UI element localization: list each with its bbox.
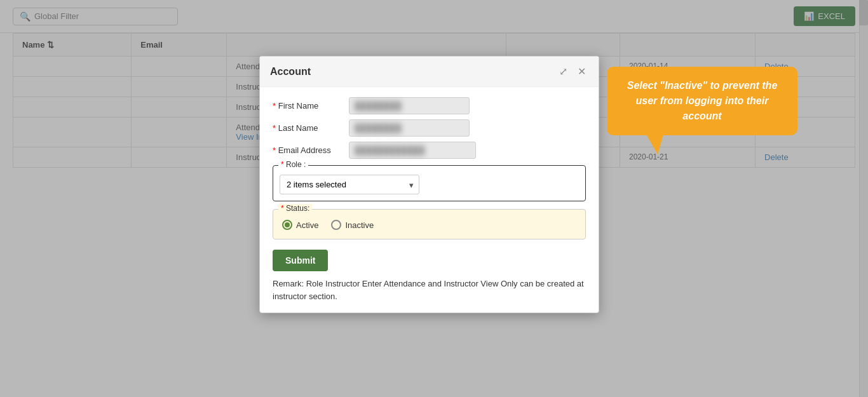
email-input[interactable]: ████████████ (349, 142, 476, 159)
inactive-radio[interactable] (331, 220, 341, 230)
required-star: * (273, 101, 276, 111)
chevron-down-icon: ▾ (409, 180, 414, 189)
remark-text: Remark: Role Instructor Enter Attendance… (273, 278, 586, 302)
required-star: * (273, 123, 276, 133)
page-background: 🔍 📊 EXCEL Name ⇅ Email (0, 0, 868, 397)
role-selected-value: 2 items selected (287, 180, 346, 189)
last-name-row: * Last Name ████████ (273, 119, 586, 137)
modal-header: Account ⤢ ✕ (260, 57, 599, 87)
first-name-input[interactable]: ████████ (349, 97, 470, 114)
modal-body: * First Name ████████ * Last Name ██████… (260, 87, 599, 313)
modal-header-actions: ⤢ ✕ (557, 64, 588, 79)
status-radio-group: Active Inactive (282, 220, 576, 230)
modal-title: Account (270, 66, 311, 77)
first-name-label: * First Name (273, 101, 349, 111)
email-row: * Email Address ████████████ (273, 142, 586, 159)
account-modal: Account ⤢ ✕ * First Name ████████ (259, 56, 599, 313)
callout-tooltip: Select "Inactive" to prevent the user fr… (607, 67, 797, 135)
role-fieldset: * Role : 2 items selected ▾ (273, 165, 586, 201)
expand-icon: ⤢ (559, 66, 567, 77)
active-radio[interactable] (282, 220, 292, 230)
last-name-label: * Last Name (273, 123, 349, 133)
status-legend: * Status: (278, 204, 312, 213)
inactive-radio-label[interactable]: Inactive (331, 220, 374, 230)
required-star: * (281, 204, 284, 213)
role-select-wrapper: 2 items selected ▾ (280, 175, 579, 194)
required-star: * (281, 160, 284, 169)
expand-button[interactable]: ⤢ (557, 64, 570, 79)
submit-button[interactable]: Submit (273, 250, 328, 271)
inactive-label: Inactive (345, 220, 374, 230)
active-radio-label[interactable]: Active (282, 220, 318, 230)
callout-text: Select "Inactive" to prevent the user fr… (620, 78, 785, 124)
status-fieldset: * Status: Active Inactive (273, 209, 586, 239)
role-dropdown[interactable]: 2 items selected ▾ (280, 175, 419, 194)
role-legend: * Role : (278, 160, 308, 169)
close-button[interactable]: ✕ (575, 64, 588, 79)
first-name-row: * First Name ████████ (273, 97, 586, 114)
active-label: Active (296, 220, 318, 230)
last-name-input[interactable]: ████████ (349, 119, 470, 137)
email-label: * Email Address (273, 145, 349, 155)
required-star: * (273, 145, 276, 155)
close-icon: ✕ (578, 66, 586, 77)
